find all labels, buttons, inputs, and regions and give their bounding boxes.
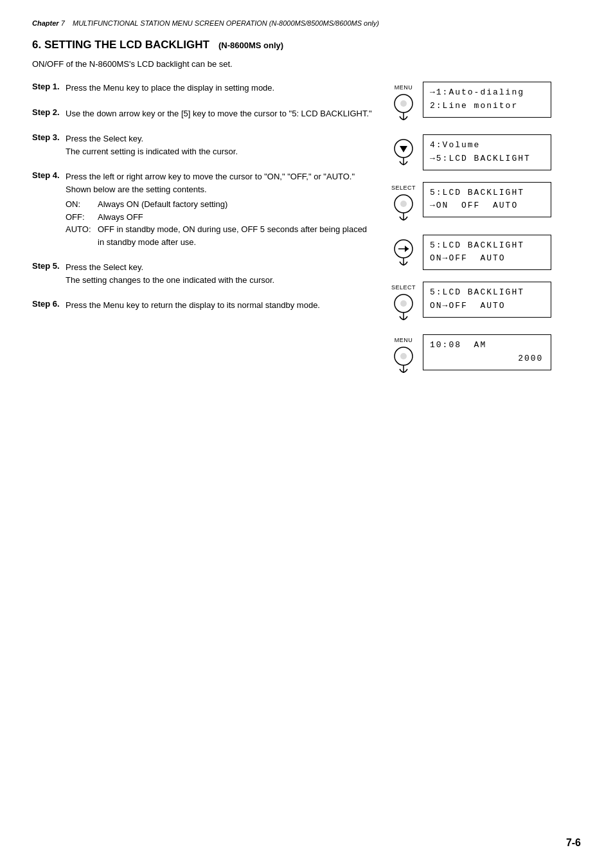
step-4: Step 4. Press the left or right arrow ke…	[32, 170, 375, 248]
step-1-content: Press the Menu key to place the display …	[66, 82, 274, 95]
lcd-display-3: 5:LCD BACKLIGHT→ON OFF AUTO	[423, 182, 551, 218]
key-icon-wrap-1: MENU	[388, 82, 419, 123]
lcd-display-2: 4:Volume→5:LCD BACKLIGHT	[423, 134, 551, 170]
step-3-sub-note: The current setting is indicated with th…	[66, 147, 238, 156]
step-3: Step 3. Press the Select key. The curren…	[32, 132, 375, 158]
lcd-line: ON→OFF AUTO	[430, 300, 544, 313]
key-icon-wrap-4	[388, 235, 419, 268]
step-4-label: Step 4.	[32, 170, 66, 180]
chapter-label: Chapter	[32, 19, 59, 27]
chapter-title: MULTIFUNCTIONAL STATION MENU SCREEN OPER…	[73, 19, 379, 27]
step-5-label: Step 5.	[32, 261, 66, 271]
lcd-display-1: →1:Auto-dialing2:Line monitor	[423, 82, 551, 118]
key-icon-svg-1	[389, 92, 418, 123]
lcd-display-4: 5:LCD BACKLIGHTON→OFF AUTO	[423, 235, 551, 271]
key-label-6: MENU	[395, 337, 413, 343]
step-1-label: Step 1.	[32, 82, 66, 91]
step-4-content: Press the left or right arrow key to mov…	[66, 170, 375, 248]
section-title: 6. SETTING THE LCD BACKLIGHT (N-8600MS o…	[32, 39, 581, 51]
lcd-line: 5:LCD BACKLIGHT	[430, 286, 544, 300]
svg-marker-4	[400, 146, 407, 152]
key-icon-wrap-3: SELECT	[388, 182, 419, 223]
lcd-line: →5:LCD BACKLIGHT	[430, 152, 544, 166]
sub-item-off: OFF: Always OFF	[66, 211, 375, 224]
screen-row-4: 5:LCD BACKLIGHTON→OFF AUTO	[388, 235, 581, 271]
lcd-display-5: 5:LCD BACKLIGHTON→OFF AUTO	[423, 282, 551, 318]
step-5-content: Press the Select key. The setting change…	[66, 261, 274, 286]
lcd-line: ON→OFF AUTO	[430, 252, 544, 266]
lcd-line: 2000	[430, 352, 544, 366]
lcd-line: →ON OFF AUTO	[430, 199, 544, 213]
key-label-3: SELECT	[391, 185, 416, 191]
step-2: Step 2. Use the down arrow key or the [5…	[32, 107, 375, 120]
svg-marker-11	[405, 246, 409, 252]
screens-column: MENU →1:Auto-dialing2:Line monitor 4:Vol…	[388, 82, 581, 381]
section-number: 6.	[32, 39, 41, 51]
step-5: Step 5. Press the Select key. The settin…	[32, 261, 375, 286]
key-icon-wrap-5: SELECT	[388, 282, 419, 323]
svg-point-18	[400, 353, 407, 359]
screen-row-1: MENU →1:Auto-dialing2:Line monitor	[388, 82, 581, 123]
step-3-label: Step 3.	[32, 132, 66, 142]
key-icon-wrap-6: MENU	[388, 334, 419, 375]
chapter-number: 7	[61, 19, 65, 27]
page-number: 7-6	[566, 837, 581, 849]
sub-item-on: ON: Always ON (Default factory setting)	[66, 198, 375, 211]
key-icon-wrap-2	[388, 134, 419, 168]
step-4-sub-items: ON: Always ON (Default factory setting) …	[66, 198, 375, 248]
screen-row-2: 4:Volume→5:LCD BACKLIGHT	[388, 134, 581, 170]
content-area: Step 1. Press the Menu key to place the …	[32, 82, 581, 381]
svg-point-2	[400, 100, 407, 107]
step-3-content: Press the Select key. The current settin…	[66, 132, 238, 158]
step-6-content: Press the Menu key to return the display…	[66, 299, 320, 312]
key-icon-svg-6	[389, 345, 418, 375]
lcd-line: 4:Volume	[430, 139, 544, 152]
model-note: (N-8600MS only)	[218, 41, 283, 50]
intro-text: ON/OFF of the N-8600MS's LCD backlight c…	[32, 59, 581, 69]
svg-point-15	[400, 300, 407, 307]
step-5-sub-note: The setting changes to the one indicated…	[66, 275, 274, 285]
step-2-label: Step 2.	[32, 107, 66, 117]
key-icon-svg-5	[389, 292, 418, 323]
screen-row-3: SELECT 5:LCD BACKLIGHT→ON OFF AUTO	[388, 182, 581, 223]
step-4-shown-below: Shown below are the setting contents.	[66, 185, 207, 194]
screen-row-6: MENU 10:08 AM 2000	[388, 334, 581, 375]
key-label-5: SELECT	[391, 284, 416, 291]
steps-column: Step 1. Press the Menu key to place the …	[32, 82, 388, 381]
key-icon-svg-2	[389, 137, 418, 168]
chapter-header: Chapter 7 MULTIFUNCTIONAL STATION MENU S…	[32, 19, 581, 27]
key-label-1: MENU	[395, 84, 413, 91]
step-2-content: Use the down arrow key or the [5] key to…	[66, 107, 372, 120]
key-icon-svg-4	[389, 237, 418, 268]
step-1: Step 1. Press the Menu key to place the …	[32, 82, 375, 95]
lcd-line: →1:Auto-dialing	[430, 86, 544, 100]
screen-row-5: SELECT 5:LCD BACKLIGHTON→OFF AUTO	[388, 282, 581, 323]
lcd-line: 5:LCD BACKLIGHT	[430, 239, 544, 253]
step-6: Step 6. Press the Menu key to return the…	[32, 299, 375, 312]
key-icon-svg-3	[389, 192, 418, 223]
step-6-label: Step 6.	[32, 299, 66, 309]
lcd-line: 10:08 AM	[430, 339, 544, 352]
lcd-line: 5:LCD BACKLIGHT	[430, 186, 544, 200]
sub-item-auto: AUTO: OFF in standby mode, ON during use…	[66, 223, 375, 248]
svg-point-8	[400, 201, 407, 207]
section-title-text: SETTING THE LCD BACKLIGHT	[44, 39, 209, 51]
lcd-line: 2:Line monitor	[430, 100, 544, 113]
lcd-display-6: 10:08 AM 2000	[423, 334, 551, 370]
